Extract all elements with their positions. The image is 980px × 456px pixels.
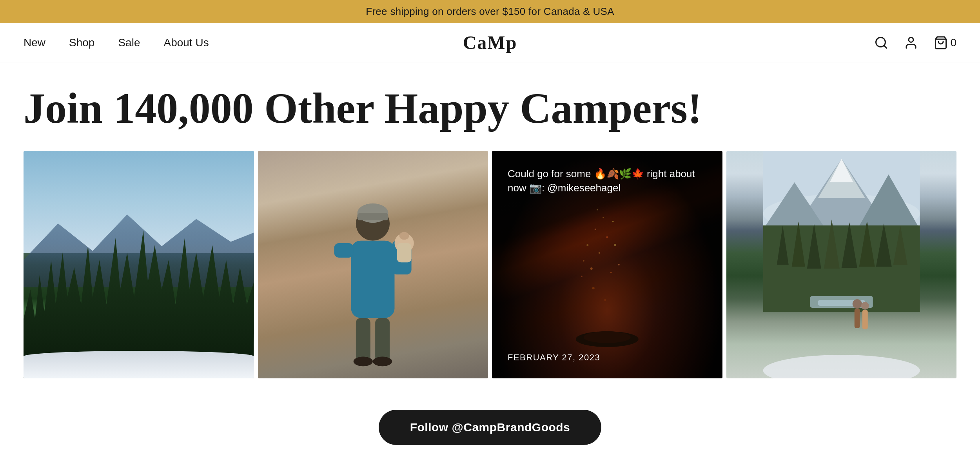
- photo-card-3[interactable]: Could go for some 🔥🍂🌿🍁 right about now 📷…: [492, 151, 722, 378]
- svg-rect-54: [854, 309, 860, 328]
- follow-section: Follow @CampBrandGoods: [24, 402, 956, 456]
- svg-rect-7: [351, 240, 395, 318]
- persons-illustration: [292, 185, 454, 378]
- svg-point-11: [399, 232, 409, 240]
- svg-rect-12: [397, 243, 412, 262]
- cart-button[interactable]: 0: [934, 36, 956, 50]
- card3-date: FEBRUARY 27, 2023: [508, 352, 600, 363]
- nav-right: 0: [874, 36, 956, 50]
- cart-icon: [934, 36, 948, 50]
- snow-layer: [24, 351, 254, 378]
- announcement-text: Free shipping on orders over $150 for Ca…: [366, 5, 614, 17]
- nav-about[interactable]: About Us: [163, 36, 209, 49]
- hero-section: Join 140,000 Other Happy Campers!: [0, 62, 980, 456]
- search-icon: [874, 36, 888, 50]
- account-icon: [904, 36, 918, 50]
- nav-left: New Shop Sale About Us: [24, 36, 209, 49]
- nav-shop[interactable]: Shop: [69, 36, 94, 49]
- svg-point-53: [852, 299, 862, 309]
- svg-point-55: [861, 302, 869, 310]
- header: New Shop Sale About Us CaMp 0: [0, 23, 980, 62]
- svg-rect-8: [334, 243, 354, 257]
- hero-title: Join 140,000 Other Happy Campers!: [24, 86, 956, 131]
- announcement-bar: Free shipping on orders over $150 for Ca…: [0, 0, 980, 23]
- svg-rect-13: [356, 318, 370, 361]
- nav-sale[interactable]: Sale: [118, 36, 140, 49]
- card3-caption: Could go for some 🔥🍂🌿🍁 right about now 📷…: [508, 167, 707, 195]
- photo-card-1[interactable]: [24, 151, 254, 378]
- mountain-illustration: [726, 151, 957, 378]
- photo-grid: Could go for some 🔥🍂🌿🍁 right about now 📷…: [24, 151, 956, 378]
- search-button[interactable]: [874, 36, 888, 50]
- svg-point-15: [354, 356, 373, 366]
- svg-rect-6: [358, 213, 388, 220]
- svg-line-1: [884, 45, 887, 48]
- svg-point-16: [373, 356, 392, 366]
- account-button[interactable]: [904, 36, 918, 50]
- svg-rect-56: [862, 310, 867, 329]
- site-logo[interactable]: CaMp: [463, 32, 517, 53]
- follow-button[interactable]: Follow @CampBrandGoods: [379, 410, 602, 445]
- svg-rect-14: [375, 318, 390, 361]
- photo-card-4[interactable]: [726, 151, 957, 378]
- cart-count: 0: [950, 36, 956, 49]
- svg-point-2: [909, 37, 913, 42]
- svg-point-52: [763, 355, 920, 378]
- photo-card-2[interactable]: [258, 151, 488, 378]
- nav-new[interactable]: New: [24, 36, 45, 49]
